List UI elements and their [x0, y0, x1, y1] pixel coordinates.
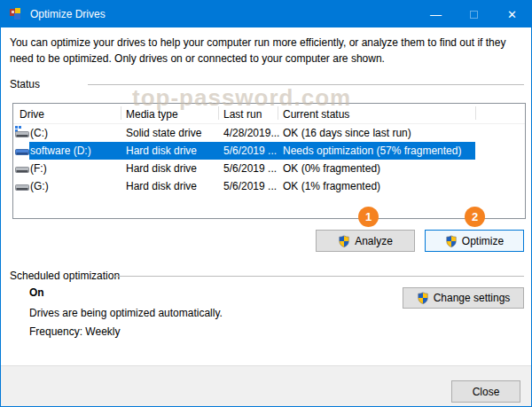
current-status: Needs optimization (57% fragmented) — [283, 145, 461, 157]
uac-shield-icon — [338, 235, 350, 247]
drive-name: (G:) — [30, 180, 49, 192]
column-header-drive[interactable]: Drive — [20, 108, 44, 121]
drive-list: Drive Media type Last run Current status… — [12, 103, 526, 219]
minimize-icon: — — [430, 8, 442, 21]
media-type: Hard disk drive — [126, 145, 197, 157]
table-row[interactable]: (G:) Hard disk drive 5/6/2019 ... OK (1%… — [13, 177, 525, 195]
drive-name: (F:) — [30, 162, 47, 175]
column-header-lastrun[interactable]: Last run — [223, 108, 262, 121]
last-run: 5/6/2019 ... — [223, 145, 277, 157]
media-type: Solid state drive — [126, 127, 201, 139]
close-window-button[interactable]: ✕ — [493, 1, 531, 27]
maximize-icon — [470, 11, 478, 19]
uac-shield-icon — [445, 235, 458, 247]
current-status: OK (0% fragmented) — [283, 162, 380, 175]
close-button[interactable]: Close — [451, 380, 520, 403]
optimize-button[interactable]: Optimize — [425, 230, 524, 252]
optimize-drives-dialog: Optimize Drives — ✕ You can optimize you… — [0, 0, 532, 407]
scheduled-group-label: Scheduled optimization — [10, 270, 120, 282]
current-status: OK (1% fragmented) — [283, 180, 380, 192]
annotation-badge-2: 2 — [465, 207, 485, 227]
intro-text: You can optimize your drives to help you… — [10, 35, 522, 67]
close-icon: ✕ — [507, 8, 517, 21]
scheduled-state: On — [29, 286, 44, 299]
titlebar: Optimize Drives — ✕ — [1, 1, 531, 27]
analyze-button-label: Analyze — [355, 235, 393, 247]
media-type: Hard disk drive — [126, 180, 197, 192]
minimize-button[interactable]: — — [417, 1, 455, 27]
table-row[interactable]: (F:) Hard disk drive 5/6/2019 ... OK (0%… — [13, 160, 525, 177]
system-drive-icon — [15, 126, 29, 140]
last-run: 5/6/2019 ... — [223, 180, 277, 192]
optimize-drives-app-icon — [9, 7, 23, 21]
scheduled-frequency: Frequency: Weekly — [29, 325, 121, 338]
hard-drive-icon — [15, 144, 29, 158]
window-title: Optimize Drives — [30, 8, 106, 20]
column-separator[interactable] — [218, 106, 219, 120]
column-separator[interactable] — [475, 106, 476, 120]
maximize-button — [455, 1, 493, 27]
optimize-button-label: Optimize — [462, 235, 504, 247]
last-run: 4/28/2019... — [223, 127, 279, 139]
table-row[interactable]: software (D:) Hard disk drive 5/6/2019 .… — [13, 142, 525, 160]
annotation-badge-1: 1 — [358, 207, 379, 227]
scheduled-group-divider — [114, 276, 524, 277]
uac-shield-icon — [417, 292, 429, 304]
current-status: OK (16 days since last run) — [283, 127, 411, 139]
close-button-label: Close — [473, 386, 500, 398]
last-run: 5/6/2019 ... — [223, 162, 277, 175]
hard-drive-icon — [15, 179, 29, 193]
column-separator[interactable] — [278, 106, 278, 120]
hard-drive-icon — [15, 161, 29, 176]
column-header-status[interactable]: Current status — [283, 108, 349, 121]
change-settings-button-label: Change settings — [434, 292, 511, 304]
media-type: Hard disk drive — [126, 162, 197, 175]
drive-name: (C:) — [30, 127, 48, 139]
drive-list-header: Drive Media type Last run Current status — [13, 104, 525, 124]
status-group-divider — [88, 84, 524, 85]
status-group-label: Status — [10, 78, 40, 90]
table-row[interactable]: (C:) Solid state drive 4/28/2019... OK (… — [13, 124, 525, 142]
change-settings-button[interactable]: Change settings — [403, 287, 524, 309]
column-separator[interactable] — [121, 106, 121, 120]
drive-name: software (D:) — [30, 145, 91, 157]
column-header-media[interactable]: Media type — [126, 108, 178, 121]
scheduled-description: Drives are being optimized automatically… — [29, 307, 223, 319]
caption-buttons: — ✕ — [417, 1, 531, 27]
analyze-button[interactable]: Analyze — [316, 230, 415, 252]
